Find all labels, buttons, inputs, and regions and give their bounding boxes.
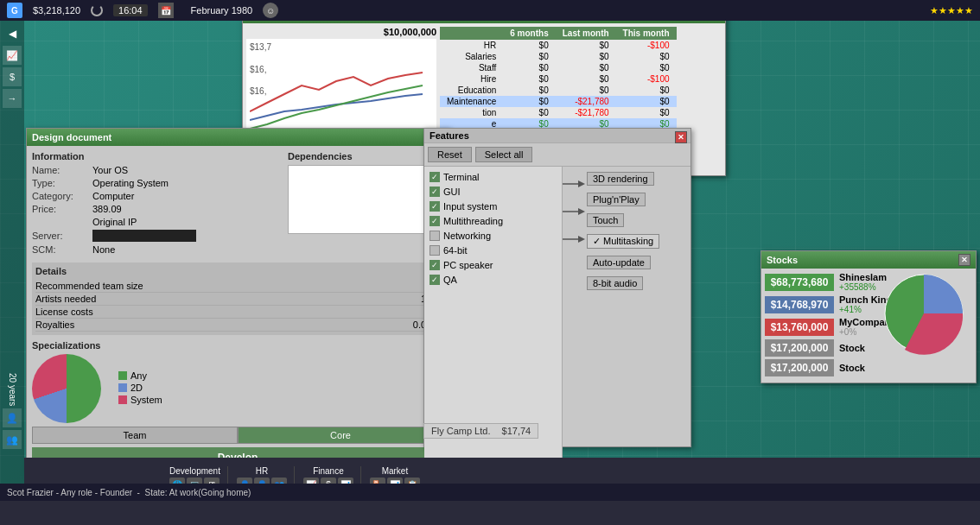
- feat-terminal-check[interactable]: ✓: [430, 172, 440, 182]
- reset-btn[interactable]: Reset: [428, 147, 472, 162]
- refresh-icon[interactable]: [91, 4, 103, 16]
- team-core-bar: Team Core: [32, 427, 443, 444]
- info-type-label: Type:: [32, 178, 92, 188]
- sidebar-years-label: 20 years: [8, 373, 17, 406]
- feat-qa-check[interactable]: ✓: [430, 275, 440, 285]
- fly-camp-value: $17,74: [502, 426, 531, 436]
- info-price-row: Price: 389.09: [32, 204, 281, 214]
- info-type-value: Operating System: [92, 178, 169, 188]
- td-hr: HR: [440, 40, 503, 51]
- spec-any-dot: [118, 371, 127, 380]
- features-title: Features: [430, 130, 469, 141]
- feat-net-label: Networking: [443, 231, 491, 241]
- bottom-tabs: [0, 501, 980, 525]
- sidebar-arrow-icon[interactable]: →: [3, 89, 22, 108]
- stock-amount-2: $14,768,970: [765, 296, 834, 313]
- features-toolbar: Reset Select all: [424, 143, 690, 167]
- feat-pc-check[interactable]: ✓: [430, 260, 440, 270]
- royalties-row: Royalties 0.00%: [35, 319, 440, 332]
- spec-system-label: System: [130, 395, 162, 405]
- money-display: $3,218,120: [33, 5, 80, 16]
- sidebar-chart-icon[interactable]: 📈: [3, 46, 22, 65]
- info-scm-row: SCM: None: [32, 244, 281, 255]
- td-hire: Hire: [440, 73, 503, 85]
- stock-amount-1: $68,773,680: [765, 274, 834, 291]
- finances-max-value: $10,000,000: [246, 27, 436, 39]
- connections-svg: [563, 167, 690, 459]
- feat-multithreading: ✓ Multithreading: [428, 214, 558, 228]
- feat-pc-speaker: ✓ PC speaker: [428, 258, 558, 272]
- th-thismonth: This month: [616, 27, 677, 40]
- th-name: [440, 27, 503, 40]
- details-section-title: Details: [35, 266, 440, 276]
- stock-info-1: Shineslam +35588%: [839, 272, 887, 292]
- stock-pie-svg: [881, 270, 967, 357]
- info-name-value: Your OS: [92, 165, 128, 175]
- sidebar-dollar-icon[interactable]: $: [3, 67, 22, 86]
- stock-close-btn[interactable]: ✕: [958, 254, 970, 266]
- feat-64bit: 64-bit: [428, 244, 558, 257]
- design-left-col: Information Name: Your OS Type: Operatin…: [32, 151, 281, 257]
- chart-val3: $16,: [250, 86, 266, 96]
- info-price-label: Price:: [32, 204, 92, 214]
- design-title: Design document: [32, 132, 111, 142]
- th-lastmonth: Last month: [556, 27, 616, 40]
- core-btn[interactable]: Core: [238, 427, 443, 444]
- stock-pie-chart: [881, 270, 967, 357]
- status-name: Scot Frazier - Any role - Founder: [7, 488, 132, 497]
- stock-name-4: Stock: [839, 343, 865, 353]
- info-price-value: 389.09: [92, 204, 122, 214]
- feat-net-check[interactable]: [430, 231, 440, 241]
- team-size-label: Recommended team size: [35, 281, 143, 291]
- td-tion: tion: [440, 107, 503, 118]
- tab-finance-label: Finance: [313, 466, 344, 476]
- feat-input-check[interactable]: ✓: [430, 201, 440, 212]
- select-all-btn[interactable]: Select all: [475, 147, 533, 162]
- status-text: Scot Frazier - Any role - Founder - Stat…: [7, 488, 251, 497]
- stock-row-5: $17,200,000 Stock: [765, 359, 972, 376]
- feat-gui: ✓ GUI: [428, 185, 558, 199]
- left-sidebar: ◀ 📈 $ → 20 years 👤 👥: [0, 21, 24, 501]
- spec-pie-chart: [32, 354, 101, 423]
- dep-section-title: Dependencies: [288, 151, 443, 161]
- feat-gui-check[interactable]: ✓: [430, 187, 440, 197]
- features-close-btn[interactable]: ✕: [675, 131, 687, 143]
- team-btn[interactable]: Team: [32, 427, 238, 444]
- stock-name-5: Stock: [839, 363, 865, 373]
- spec-2d-label: 2D: [130, 383, 143, 393]
- sidebar-nav-icon[interactable]: ◀: [3, 24, 22, 43]
- spec-2d: 2D: [118, 383, 162, 393]
- stock-info-4: Stock: [839, 343, 865, 353]
- sidebar-person-icon[interactable]: 👤: [3, 408, 22, 427]
- feat-input-system: ✓ Input system: [428, 199, 558, 213]
- artists-row: Artists needed 11%: [35, 293, 440, 306]
- smiley-icon: ☺: [263, 3, 278, 18]
- feat-input-label: Input system: [443, 201, 497, 212]
- info-scm-label: SCM:: [32, 244, 92, 255]
- license-row: License costs $0: [35, 306, 440, 319]
- feat-pc-label: PC speaker: [443, 260, 493, 270]
- td-staff: Staff: [440, 62, 503, 73]
- team-size-row: Recommended team size 12: [35, 280, 440, 293]
- spec-area: Any 2D System: [32, 354, 443, 423]
- feat-64-check[interactable]: [430, 245, 440, 256]
- info-category-row: Category: Computer: [32, 191, 281, 201]
- sidebar-group-icon[interactable]: 👥: [3, 430, 22, 449]
- feat-multi-check[interactable]: ✓: [430, 216, 440, 226]
- th-6months: 6 months: [503, 27, 555, 40]
- design-content: Information Name: Your OS Type: Operatin…: [27, 146, 449, 473]
- spec-any-label: Any: [130, 370, 147, 381]
- spec-section-title: Specializations: [32, 340, 443, 351]
- tab-development-label: Development: [169, 466, 220, 476]
- stock-info-5: Stock: [839, 363, 865, 373]
- time-display: 16:04: [113, 4, 148, 16]
- stock-amount-3: $13,760,000: [765, 319, 834, 336]
- stock-titlebar: Stocks ✕: [761, 251, 976, 269]
- finances-chart: $13,7 $16, $16,: [246, 39, 436, 134]
- design-titlebar: Design document ✕: [27, 129, 449, 146]
- design-window: Design document ✕ Information Name: Your…: [26, 128, 449, 474]
- artists-label: Artists needed: [35, 294, 96, 304]
- feat-qa-label: QA: [443, 275, 457, 285]
- info-scm-value: None: [92, 244, 115, 255]
- server-input[interactable]: [92, 230, 196, 242]
